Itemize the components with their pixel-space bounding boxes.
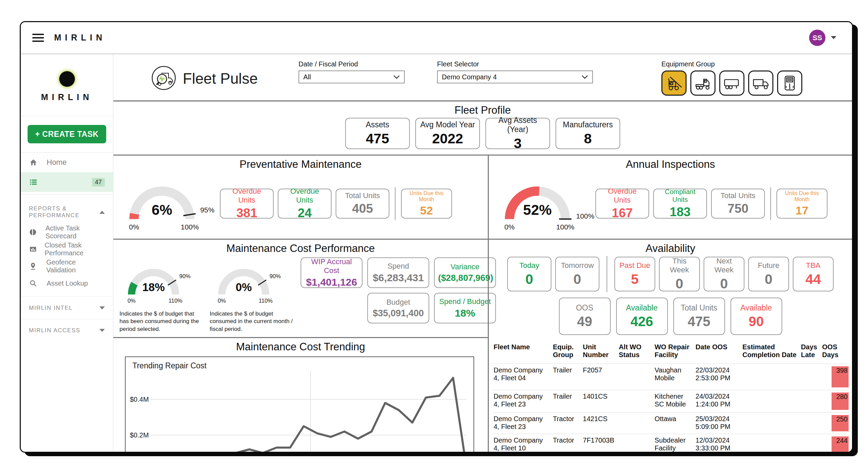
oos-days-bar: 244 — [832, 436, 849, 452]
gauge-caption: Indicates the $ of budget that has been … — [119, 310, 204, 333]
card-value: 18% — [438, 307, 492, 319]
date-fiscal-period-label: Date / Fiscal Period — [299, 60, 405, 68]
card-value: 44 — [797, 271, 830, 287]
sidebar-section-label: REPORTS & PERFORMANCE — [29, 205, 99, 219]
fleet-selector-value: Demo Company 4 — [442, 73, 581, 81]
avail-available-pct-card: Available 90 — [730, 298, 782, 335]
card-value: 381 — [224, 206, 270, 220]
card-value: $35,091,400 — [371, 308, 425, 319]
sidebar-item-tasks[interactable]: 47 — [21, 172, 113, 192]
user-avatar[interactable]: SS — [809, 30, 825, 46]
sidebar-logo: MIRLIN — [21, 53, 113, 116]
hamburger-menu-icon[interactable] — [32, 34, 44, 42]
card-label: Available — [620, 303, 664, 313]
fleet-selector-select[interactable]: Demo Company 4 — [437, 70, 593, 83]
card-label: Overdue Units — [599, 187, 645, 205]
card-label: OOS — [563, 303, 607, 313]
sidebar-section-reports[interactable]: REPORTS & PERFORMANCE — [21, 196, 113, 224]
equipment-box-truck-button[interactable] — [748, 70, 773, 96]
card-label: Future — [752, 261, 785, 270]
card-label: Available — [735, 303, 778, 313]
table-row[interactable]: Demo Company 4, Fleet 23Tractor 1421CS O… — [492, 413, 849, 434]
pm-total-units-card: Total Units 405 — [336, 189, 389, 219]
sidebar-brand-text: MIRLIN — [21, 92, 113, 102]
fleet-pulse-logo-icon — [151, 65, 177, 92]
svg-text:0%: 0% — [236, 281, 252, 293]
sidebar-item-label: Closed Task Performance — [45, 241, 105, 257]
col-oos-days: OOS Days — [821, 341, 849, 364]
trending-repair-cost-line-chart: $0M$0.2M$0.4M123456789101112123456789101… — [126, 357, 473, 453]
card-value: $6,283,431 — [371, 272, 425, 284]
fleet-selector-label: Fleet Selector — [437, 60, 593, 68]
sidebar-section-mirlin-access[interactable]: MIRLIN ACCESS — [21, 319, 113, 341]
card-value: ($28,807,969) — [438, 273, 492, 283]
cost-performance-section: Maintenance Cost Performance 90%18%0%110… — [113, 240, 488, 338]
trailer-icon — [723, 74, 741, 92]
equipment-trailer-button[interactable] — [719, 70, 744, 96]
col-fleet-name: Fleet Name — [492, 341, 551, 364]
sidebar-item-label: Geofence Validation — [46, 258, 105, 274]
card-value: 5 — [618, 271, 651, 287]
collapse-down-icon — [99, 306, 105, 309]
pm-units-due-card: Units Due this Month 52 — [401, 189, 452, 219]
card-value: 426 — [620, 314, 664, 329]
card-value: 17 — [781, 204, 823, 217]
fleet-selector-group: Fleet Selector Demo Company 4 — [437, 60, 593, 83]
card-value: 3 — [489, 135, 546, 151]
card-label: Past Due — [618, 261, 651, 270]
equipment-forklift-button[interactable] — [661, 70, 687, 96]
avail-total-units-card: Total Units 475 — [673, 298, 725, 335]
card-value: 0 — [752, 271, 785, 287]
create-task-button[interactable]: + CREATE TASK — [28, 125, 106, 143]
card-value: 0 — [511, 271, 547, 287]
avail-tba-card: TBA 44 — [793, 257, 834, 291]
card-value: 0 — [708, 276, 740, 292]
annual-inspections-title: Annual Inspections — [489, 156, 852, 172]
dashboard-header: Fleet Pulse Date / Fiscal Period All Fle… — [113, 53, 852, 100]
sidebar-item-asset-lookup[interactable]: Asset Lookup — [21, 275, 113, 292]
avg-model-year-card: Avg Model Year 2022 — [415, 118, 480, 149]
svg-text:110%: 110% — [168, 298, 182, 304]
equipment-semi-truck-button[interactable] — [690, 70, 716, 96]
card-label: This Week — [663, 257, 696, 274]
svg-text:110%: 110% — [259, 298, 273, 304]
sidebar-item-active-task-scorecard[interactable]: Active Task Scorecard — [21, 224, 113, 241]
spend-card: Spend $6,283,431 — [367, 257, 429, 288]
budget-consumed-period-gauge: 90%18%0%110% — [117, 257, 199, 307]
equipment-reefer-button[interactable] — [777, 70, 802, 96]
ai-overdue-units-card: Overdue Units 167 — [595, 189, 649, 219]
card-value: 2022 — [419, 131, 476, 147]
sidebar-section-mirlin-intel[interactable]: MIRLIN INTEL — [21, 297, 113, 319]
sidebar-item-home[interactable]: Home — [21, 153, 113, 172]
table-row[interactable]: Demo Company 4, Fleet 04Trailer F2057 Va… — [492, 364, 849, 390]
fleet-profile-title: Fleet Profile — [113, 101, 852, 118]
svg-text:100%: 100% — [181, 223, 199, 231]
card-value: 750 — [715, 202, 761, 216]
card-label: Total Units — [715, 191, 761, 200]
sidebar-item-label: Asset Lookup — [47, 280, 88, 287]
sidebar-item-label: Home — [47, 158, 67, 167]
semi-truck-icon — [694, 74, 712, 92]
equipment-group: Equipment Group — [661, 60, 802, 96]
oos-days-bar: 250 — [832, 415, 849, 431]
card-label: Compliant Units — [657, 188, 703, 204]
ai-units-due-card: Units Due this Month 17 — [776, 189, 827, 219]
budget-card: Budget $35,091,400 — [367, 293, 429, 323]
ai-compliance-gauge: 100%52%0%100% — [492, 172, 595, 235]
sidebar-item-closed-task-performance[interactable]: Closed Task Performance — [21, 241, 113, 258]
card-label: Tomorrow — [559, 261, 595, 270]
sidebar-item-geofence-validation[interactable]: Geofence Validation — [21, 258, 113, 275]
table-row[interactable]: Demo Company 4, Fleet 10Tractor 7F17003B… — [492, 434, 849, 453]
wip-accrual-cost-card: WIP Accrual Cost $1,401,126 — [301, 257, 363, 288]
variance-card: Variance ($28,807,969) — [434, 257, 496, 288]
date-fiscal-period-select[interactable]: All — [299, 70, 405, 83]
availability-section: Availability Today 0 Tomorrow 0 — [489, 240, 852, 452]
app-window: MIRLIN SS MIRLIN + CREATE TASK Home — [20, 21, 853, 453]
card-label: Next Week — [708, 257, 740, 274]
card-label: Total Units — [677, 303, 721, 313]
table-row[interactable]: Demo Company 4, Fleet 23Trailer 1401CS K… — [492, 390, 849, 413]
equipment-group-label: Equipment Group — [661, 60, 802, 68]
account-chevron-down-icon[interactable] — [831, 36, 836, 39]
oos-days-bar: 398 — [832, 366, 849, 387]
card-value: 0 — [559, 271, 595, 287]
